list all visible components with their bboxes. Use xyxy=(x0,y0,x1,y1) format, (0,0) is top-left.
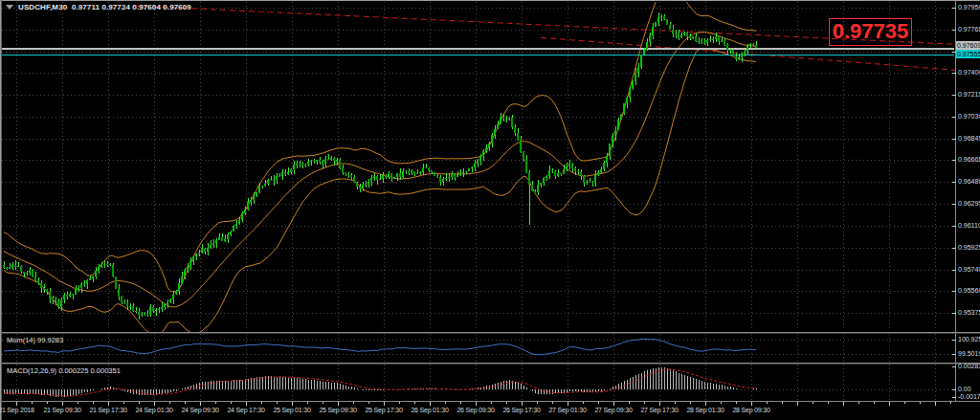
title-marker-icon[interactable] xyxy=(6,5,13,10)
grid-layer xyxy=(2,2,954,400)
bollinger-lower-line xyxy=(4,48,756,335)
price-alert-label[interactable]: 0.97735 xyxy=(829,18,912,46)
chart-title: USDCHF,M30 0.97711 0.97724 0.97604 0.976… xyxy=(6,3,191,11)
price-lines-layer xyxy=(2,49,954,55)
mt4-chart-window: USDCHF,M30 0.97711 0.97724 0.97604 0.976… xyxy=(0,0,980,420)
price-axis[interactable] xyxy=(955,0,980,401)
bollinger-upper-line xyxy=(4,0,756,292)
candles-layer xyxy=(3,12,757,319)
title-ohlc-values: 0.97711 0.97724 0.97604 0.97609 xyxy=(72,3,191,11)
chart-canvas[interactable] xyxy=(0,0,980,420)
time-axis[interactable] xyxy=(0,402,980,420)
momentum-layer xyxy=(4,339,756,355)
momentum-line xyxy=(4,339,756,355)
bollinger-middle-line xyxy=(4,33,756,307)
momentum-indicator-label: Mom(14) 99.9283 xyxy=(7,336,63,344)
title-symbol-period: USDCHF,M30 xyxy=(18,3,67,11)
frame-layer xyxy=(0,0,980,420)
macd-indicator-label: MACD(12,26,9) 0.000225 0.000351 xyxy=(7,366,121,375)
